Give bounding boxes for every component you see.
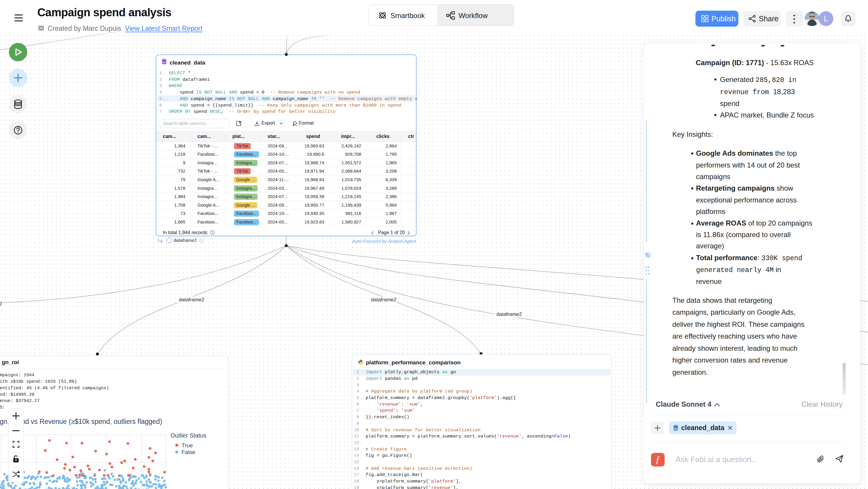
- svg-text:SQL: SQL: [674, 428, 678, 430]
- svg-text:SQL: SQL: [162, 61, 166, 64]
